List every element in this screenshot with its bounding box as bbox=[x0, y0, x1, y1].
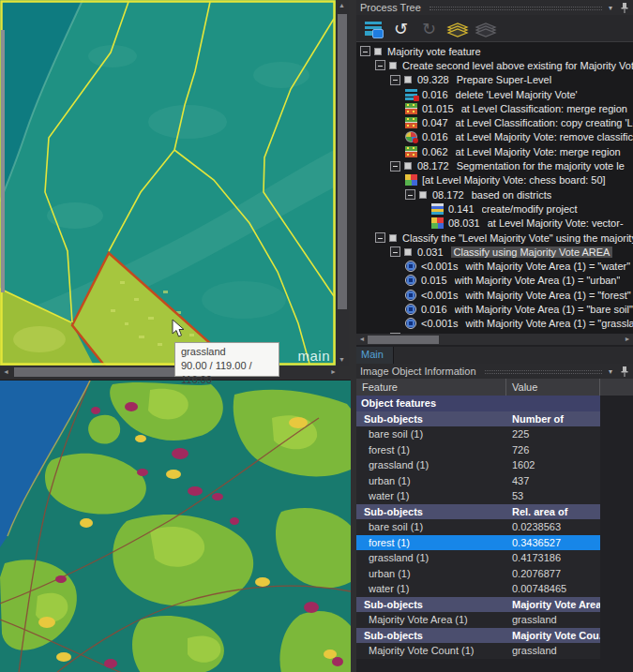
scrollbar-thumb[interactable] bbox=[368, 336, 439, 344]
dropdown-icon[interactable]: ▾ bbox=[609, 4, 612, 12]
expand-collapse-icon[interactable] bbox=[390, 246, 400, 257]
process-time: 0.031 bbox=[417, 246, 444, 258]
info-table-row[interactable]: Object features bbox=[356, 396, 600, 411]
info-table-row[interactable]: bare soil (1)0.0238563 bbox=[356, 519, 600, 535]
classification-raster-image bbox=[0, 381, 351, 672]
info-table-row[interactable]: urban (1)0.2076877 bbox=[356, 566, 600, 582]
process-tree-title: Process Tree bbox=[360, 2, 421, 13]
image-object-info-header[interactable]: Image Object Information ▾ bbox=[356, 364, 633, 379]
expand-collapse-icon[interactable] bbox=[375, 60, 385, 70]
feature-cell: grassland (1) bbox=[356, 552, 506, 563]
process-tree-row[interactable]: 0.015with Majority Vote Area (1) = "urba… bbox=[356, 274, 633, 288]
info-table-row[interactable]: forest (1)0.3436527 bbox=[356, 535, 600, 551]
process-tree-row[interactable]: 0.141create/modify project bbox=[356, 202, 633, 216]
expand-collapse-icon[interactable] bbox=[375, 232, 385, 243]
process-tree-row[interactable]: 08.031at Level Majority Vote: vector- bbox=[356, 217, 633, 231]
merge-icon bbox=[405, 103, 417, 114]
info-table-row[interactable]: grassland (1)1602 bbox=[356, 457, 600, 473]
process-checkbox[interactable] bbox=[404, 76, 412, 83]
project-icon bbox=[431, 203, 444, 215]
dropdown-icon[interactable]: ▾ bbox=[609, 367, 612, 376]
process-time: 0.016 bbox=[422, 89, 448, 100]
scroll-left-icon[interactable]: ◄ bbox=[356, 334, 368, 345]
feature-cell: forest (1) bbox=[356, 444, 506, 455]
process-checkbox[interactable] bbox=[374, 48, 382, 55]
process-tree-row[interactable]: 0.016delete 'Level Majority Vote' bbox=[356, 87, 633, 101]
info-table-row[interactable]: water (1)0.00748465 bbox=[356, 581, 600, 597]
process-tree-row[interactable]: 0.047at Level Classification: copy creat… bbox=[356, 115, 633, 129]
process-tree-row[interactable]: [at Level Majority Vote: chess board: 50… bbox=[356, 173, 633, 187]
drag-handle[interactable] bbox=[430, 7, 602, 10]
process-tree-row[interactable]: Majority vote feature bbox=[356, 44, 633, 58]
process-checkbox[interactable] bbox=[419, 191, 427, 199]
scrollbar-thumb[interactable] bbox=[338, 14, 347, 309]
info-table-row[interactable]: Sub-objectsRel. area of bbox=[356, 504, 600, 520]
info-table-row[interactable]: urban (1)437 bbox=[356, 473, 600, 489]
process-tree-row[interactable]: 08.172Segmentation for the majority vote… bbox=[356, 158, 633, 172]
process-tree-row[interactable]: 0.016with Majority Vote Area (1) = "bare… bbox=[356, 302, 633, 316]
process-tree-row[interactable]: 09.328Prepare Super-Level bbox=[356, 73, 633, 87]
redo-button[interactable]: ↻ bbox=[416, 17, 442, 39]
process-tree-row[interactable]: Create second level above existing for M… bbox=[356, 58, 633, 72]
tab-main[interactable]: Main bbox=[356, 347, 394, 364]
info-table-row[interactable]: Sub-objectsMajority Vote Cou... bbox=[356, 628, 600, 644]
drag-handle[interactable] bbox=[485, 370, 602, 374]
process-tree-row[interactable]: <0.001swith Majority Vote Area (1) = "gr… bbox=[356, 317, 633, 331]
feature-column-header[interactable]: Feature bbox=[356, 379, 506, 396]
scrollbar-thumb[interactable] bbox=[1, 30, 5, 292]
scroll-left-icon[interactable]: ◄ bbox=[0, 366, 12, 377]
value-cell: 53 bbox=[506, 490, 600, 501]
info-table-row[interactable]: Sub-objectsMajority Vote Area bbox=[356, 597, 600, 613]
expand-collapse-icon[interactable] bbox=[360, 46, 370, 56]
scroll-right-icon[interactable]: ► bbox=[622, 334, 633, 345]
map-view-main[interactable] bbox=[0, 0, 336, 366]
process-tree-row[interactable]: Classify the "Level Majority Vote" using… bbox=[356, 231, 633, 245]
info-table-row[interactable]: grassland (1)0.4173186 bbox=[356, 550, 600, 566]
process-checkbox[interactable] bbox=[404, 162, 412, 170]
pin-icon[interactable] bbox=[620, 2, 629, 14]
scroll-down-icon[interactable]: ▼ bbox=[336, 354, 348, 366]
process-tree-lock-button[interactable] bbox=[360, 17, 385, 39]
execute-all-button[interactable] bbox=[473, 17, 498, 39]
process-checkbox[interactable] bbox=[389, 62, 397, 69]
expand-collapse-icon[interactable] bbox=[405, 189, 415, 200]
info-table-row[interactable]: Sub-objectsNumber of bbox=[356, 411, 600, 427]
expand-collapse-icon[interactable] bbox=[390, 161, 400, 172]
info-table-row[interactable]: bare soil (1)225 bbox=[356, 426, 600, 442]
right-dock: Process Tree ▾ ↺ ↻ bbox=[356, 0, 633, 672]
process-tree-row[interactable]: 0.031Classify using Majority Vote AREA bbox=[356, 245, 633, 259]
process-tree-row[interactable]: 08.172based on districts bbox=[356, 187, 633, 202]
mouse-cursor bbox=[172, 319, 185, 337]
expand-collapse-icon[interactable] bbox=[390, 75, 400, 85]
undo-button[interactable]: ↺ bbox=[388, 17, 414, 39]
process-tree-row[interactable]: 0.062at Level Majority Vote: merge regio… bbox=[356, 144, 633, 158]
feature-cell: forest (1) bbox=[356, 537, 506, 548]
process-checkbox[interactable] bbox=[389, 234, 397, 242]
feature-cell: grassland (1) bbox=[356, 459, 506, 470]
scroll-up-icon[interactable]: ▲ bbox=[336, 0, 348, 11]
execute-button[interactable] bbox=[445, 17, 470, 39]
process-tree-header[interactable]: Process Tree ▾ bbox=[356, 0, 633, 15]
info-table-header[interactable]: Feature Value bbox=[356, 379, 633, 396]
info-table-row[interactable]: Majority Vote Count (1)grassland bbox=[356, 643, 600, 659]
process-time: <0.001s bbox=[421, 261, 458, 272]
map-view-classification[interactable] bbox=[0, 380, 351, 672]
process-checkbox[interactable] bbox=[404, 248, 412, 256]
feature-cell: Sub-objects bbox=[356, 506, 506, 517]
vertical-scrollbar[interactable]: ▲ ▼ bbox=[336, 0, 349, 366]
process-tree-rows[interactable]: Majority vote featureCreate second level… bbox=[356, 41, 633, 334]
process-tree-scrollbar[interactable]: ◄ ► bbox=[356, 334, 633, 345]
value-column-header[interactable]: Value bbox=[506, 379, 600, 396]
scroll-right-icon[interactable]: ► bbox=[327, 366, 339, 377]
process-time: 0.016 bbox=[421, 304, 447, 315]
pin-icon[interactable] bbox=[620, 366, 629, 378]
horizontal-scrollbar[interactable]: ◄ ► bbox=[0, 366, 339, 379]
process-tree-row[interactable]: 01.015at Level Classification: merge reg… bbox=[356, 101, 633, 115]
process-tree-row[interactable]: <0.001swith Majority Vote Area (1) = "fo… bbox=[356, 288, 633, 302]
info-table-row[interactable]: Majority Vote Area (1)grassland bbox=[356, 612, 600, 628]
info-table-row[interactable]: water (1)53 bbox=[356, 488, 600, 504]
process-tree-row[interactable]: 0.016at Level Majority Vote: remove clas… bbox=[356, 130, 633, 144]
info-table-row[interactable]: forest (1)726 bbox=[356, 442, 600, 458]
tab-strip bbox=[394, 347, 633, 364]
process-tree-row[interactable]: <0.001swith Majority Vote Area (1) = "wa… bbox=[356, 259, 633, 273]
